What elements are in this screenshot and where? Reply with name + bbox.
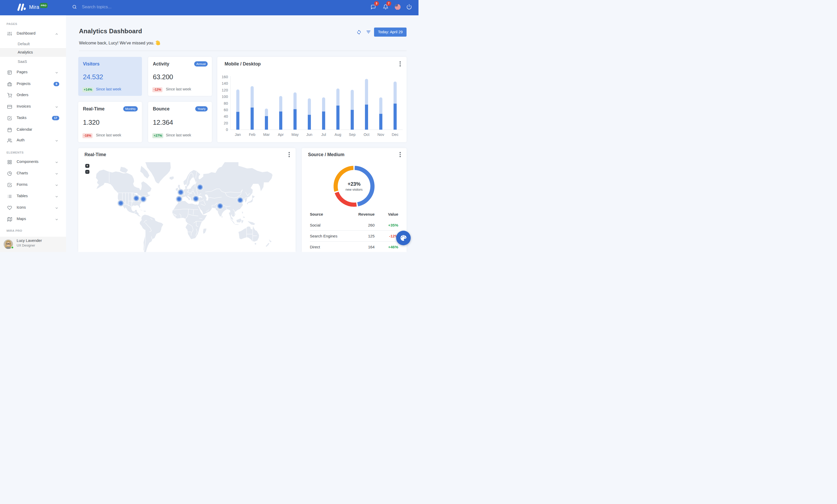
svg-text:May: May xyxy=(291,132,299,137)
svg-text:Oct: Oct xyxy=(364,132,370,137)
svg-text:Feb: Feb xyxy=(249,132,255,137)
svg-text:Mar: Mar xyxy=(263,132,270,137)
svg-text:140: 140 xyxy=(222,81,228,86)
svg-text:Jan: Jan xyxy=(235,132,241,137)
svg-text:Dec: Dec xyxy=(392,132,398,137)
svg-text:160: 160 xyxy=(222,75,228,79)
svg-text:120: 120 xyxy=(222,88,228,92)
svg-text:40: 40 xyxy=(224,114,228,118)
svg-text:80: 80 xyxy=(224,101,228,106)
svg-text:Aug: Aug xyxy=(335,132,341,137)
svg-text:Jul: Jul xyxy=(321,132,326,137)
svg-text:Nov: Nov xyxy=(377,132,385,137)
svg-text:0: 0 xyxy=(226,128,228,132)
svg-text:Jun: Jun xyxy=(306,132,312,137)
svg-text:60: 60 xyxy=(224,108,228,112)
svg-text:100: 100 xyxy=(222,95,228,99)
svg-text:20: 20 xyxy=(224,121,228,125)
svg-text:Apr: Apr xyxy=(278,132,284,137)
svg-text:Sep: Sep xyxy=(349,132,356,137)
